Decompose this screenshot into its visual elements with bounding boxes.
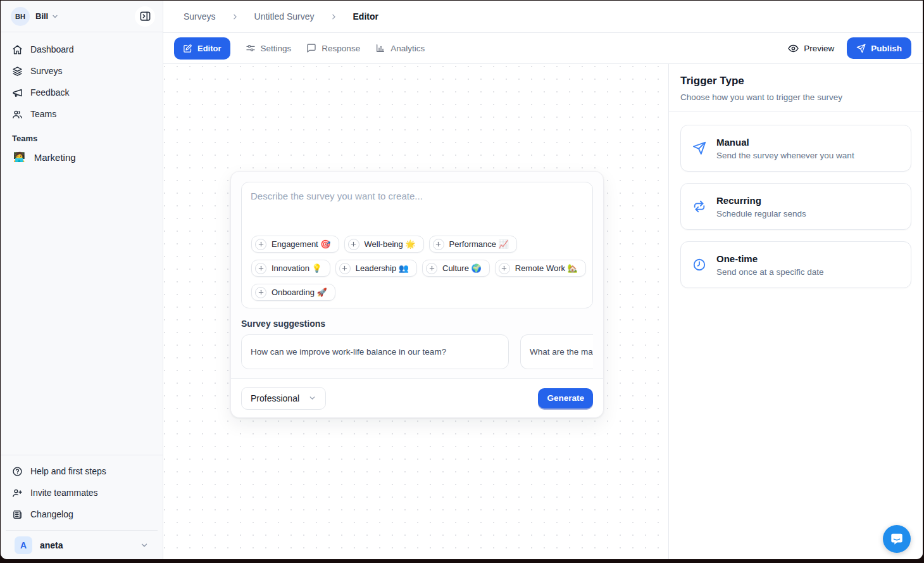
panel-subtitle: Choose how you want to trigger the surve… [680,92,911,102]
breadcrumb-surveys[interactable]: Surveys [184,11,216,22]
topic-chip-performance[interactable]: Performance 📈 [429,236,517,253]
team-emoji-icon: 🧑‍💻 [13,151,25,163]
team-label: Marketing [34,152,76,163]
panel-title: Trigger Type [680,75,911,87]
plus-icon [255,239,266,250]
topic-chip-leadership[interactable]: Leadership 👥 [335,260,417,277]
option-text: Manual Send the survey whenever you want [716,137,854,160]
topic-chip-innovation[interactable]: Innovation 💡 [251,260,330,277]
chat-messenger-icon [890,532,904,546]
send-icon [856,44,866,53]
sidebar-footer: Help and first steps Invite teammates Ch… [1,455,163,559]
sidebar-item-label: Changelog [30,509,73,519]
editor-canvas[interactable]: Engagement 🎯 Well-being 🌟 Performance 📈 [163,64,668,559]
survey-prompt-input[interactable] [242,182,592,239]
chip-label: Onboarding 🚀 [272,288,327,297]
tab-label: Response [322,44,360,53]
suggestion-row: How can we improve work-life balance in … [241,334,593,369]
sidebar-spacer [1,167,163,455]
bar-chart-icon [375,43,385,53]
sidebar-item-invite[interactable]: Invite teammates [6,482,158,503]
option-title: Manual [716,137,854,148]
chevron-down-icon [308,394,316,402]
sidebar-collapse-button[interactable] [135,6,155,27]
plus-icon [339,263,351,274]
plus-icon [255,287,266,298]
trigger-option-manual[interactable]: Manual Send the survey whenever you want [680,125,911,172]
option-description: Schedule regular sends [716,209,806,218]
newspaper-icon [12,509,23,520]
main-area: Surveys Untitled Survey Editor Editor [163,1,923,559]
sidebar-item-surveys[interactable]: Surveys [6,60,158,82]
sidebar-item-label: Dashboard [30,44,74,54]
chip-label: Leadership 👥 [356,263,409,273]
chevron-right-icon [231,13,239,21]
breadcrumb-editor: Editor [353,11,378,22]
help-circle-icon [12,466,23,477]
chat-bubble-icon [306,43,316,53]
suggestion-card-1[interactable]: How can we improve work-life balance in … [241,334,509,369]
publish-label: Publish [871,44,902,53]
sidebar-item-changelog[interactable]: Changelog [6,503,158,525]
sidebar-item-help[interactable]: Help and first steps [6,460,158,482]
tone-select[interactable]: Professional [241,387,326,410]
sidebar-item-label: Feedback [30,87,69,98]
teams-section-label: Teams [1,125,163,147]
toolbar-right: Preview Publish [788,37,911,59]
sidebar-item-teams[interactable]: Teams [6,103,158,125]
survey-generator-card: Engagement 🎯 Well-being 🌟 Performance 📈 [230,171,604,418]
sidebar-item-label: Help and first steps [30,466,106,476]
publish-button[interactable]: Publish [847,37,911,59]
users-icon [12,109,23,120]
user-avatar: A [15,536,32,554]
trigger-option-recurring[interactable]: Recurring Schedule regular sends [680,183,911,230]
topic-chip-culture[interactable]: Culture 🌍 [422,260,490,277]
plus-icon [348,239,359,250]
survey-suggestions: Survey suggestions How can we improve wo… [231,319,603,378]
topic-chip-onboarding[interactable]: Onboarding 🚀 [251,284,335,301]
preview-label: Preview [804,44,834,53]
topic-chip-wellbeing[interactable]: Well-being 🌟 [344,236,424,253]
tab-settings[interactable]: Settings [246,43,292,53]
chat-launcher-button[interactable] [883,525,911,553]
topic-chips: Engagement 🎯 Well-being 🌟 Performance 📈 [251,236,586,301]
tone-value: Professional [251,393,299,403]
sliders-icon [246,43,256,53]
workspace-name: Bill [35,11,48,21]
workspace-switcher[interactable]: BH Bill [1,1,163,32]
option-title: Recurring [716,195,806,206]
option-text: Recurring Schedule regular sends [716,195,806,218]
tab-label: Editor [197,44,222,53]
chip-label: Engagement 🎯 [272,239,331,249]
clock-icon [692,258,706,272]
megaphone-icon [12,87,23,98]
chip-row: Innovation 💡 Leadership 👥 Culture 🌍 [251,260,586,277]
tab-response[interactable]: Response [306,43,360,53]
sidebar-item-feedback[interactable]: Feedback [6,82,158,103]
tab-analytics[interactable]: Analytics [375,43,425,53]
chip-label: Well-being 🌟 [365,239,416,249]
chevron-down-icon [51,13,59,20]
generator-footer: Professional Generate [231,378,603,417]
sidebar-item-team-marketing[interactable]: 🧑‍💻 Marketing [6,147,158,167]
tab-label: Settings [261,44,292,53]
topic-chip-remote-work[interactable]: Remote Work 🏡 [495,260,586,277]
plus-icon [433,239,444,250]
sidebar-item-dashboard[interactable]: Dashboard [6,39,158,60]
tab-editor[interactable]: Editor [174,37,230,60]
option-description: Send the survey whenever you want [716,151,854,160]
preview-button[interactable]: Preview [788,43,834,54]
trigger-options: Manual Send the survey whenever you want… [669,112,923,301]
edit-icon [183,44,192,53]
sidebar-item-label: Invite teammates [30,488,98,498]
sidebar-nav: Dashboard Surveys Feedback Teams [1,32,163,125]
trigger-option-one-time[interactable]: One-time Send once at a specific date [680,241,911,288]
generate-button[interactable]: Generate [538,388,593,408]
user-menu[interactable]: A aneta [6,530,158,559]
breadcrumb-untitled-survey[interactable]: Untitled Survey [254,11,315,22]
content: Engagement 🎯 Well-being 🌟 Performance 📈 [163,64,923,559]
topic-chip-engagement[interactable]: Engagement 🎯 [251,236,339,253]
app-window: BH Bill Dashboard Surv [1,1,923,559]
suggestion-card-2[interactable]: What are the main ob [520,334,593,369]
chip-label: Remote Work 🏡 [515,263,578,273]
